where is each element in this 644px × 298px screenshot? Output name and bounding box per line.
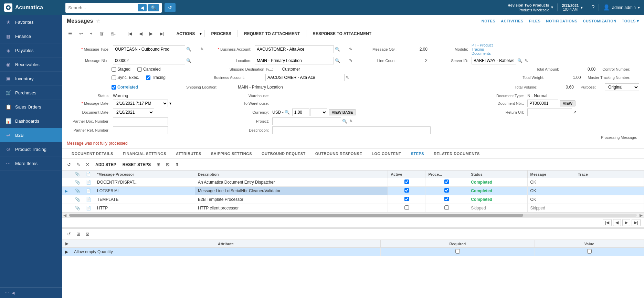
active-cell[interactable] [388,187,425,195]
add-button[interactable]: + [87,29,95,38]
sidebar-item-payables[interactable]: ◈ Payables [0,43,62,58]
sidebar-item-more-items[interactable]: ⋯ More Items [0,156,62,171]
customization-button[interactable]: CUSTOMIZATION [583,19,616,23]
message-type-search[interactable]: 🔍 [185,47,192,52]
tracing-checkbox[interactable] [146,75,150,80]
attr-cancel-button[interactable]: ⊠ [84,230,91,238]
required-checkbox[interactable] [455,249,460,254]
attr-col-required[interactable]: Required [380,240,535,248]
sidebar-item-favorites[interactable]: ★ Favorites [0,15,62,29]
sidebar-item-product-tracing[interactable]: ⊙ Product Tracing [0,142,62,156]
steps-refresh-button[interactable]: ↺ [65,161,73,168]
sidebar-item-finance[interactable]: ▦ Finance [0,29,62,43]
scroll-left-btn[interactable]: ◀ [62,213,68,218]
undo-button[interactable]: ↩ [76,29,86,38]
user-menu[interactable]: 👤 admin admin ▾ [599,4,644,11]
steps-upload-button[interactable]: ⬆ [173,161,181,168]
staged-checkbox[interactable] [112,67,116,72]
first-record-button[interactable]: |◀ [125,29,135,38]
files-button[interactable]: FILES [529,19,541,23]
tab-outbound-response[interactable]: OUTBOUND RESPONSE [310,149,367,159]
tab-attributes[interactable]: ATTRIBUTES [171,149,206,159]
server-id-search[interactable]: 🔍 [516,58,524,63]
sync-exec-checkbox[interactable] [112,75,116,80]
tab-related-documents[interactable]: RELATED DOCUMENTS [429,149,485,159]
location-input[interactable] [255,57,334,64]
select-all-button[interactable]: ☰ [65,29,75,38]
notes-button[interactable]: NOTES [482,19,495,23]
tab-document-details[interactable]: DOCUMENT DETAILS [67,149,118,159]
delete-button[interactable]: 🗑 [97,29,107,38]
tab-steps[interactable]: STEPS [406,149,429,159]
correlated-checkbox[interactable] [112,85,116,90]
tracing-check[interactable]: Tracing [146,75,166,80]
processor-cell[interactable]: LOTSERIAL [94,187,195,195]
prev-page-button[interactable]: ◀ [613,219,621,226]
search-input[interactable] [68,5,136,10]
message-nbr-input[interactable] [113,57,185,64]
message-date-select[interactable]: 2/10/2021 7:17 PM [113,100,168,107]
server-id-edit[interactable]: ✎ [524,58,529,63]
sidebar-collapse-btn[interactable]: ⋯ ◀ [0,287,62,298]
tools-button[interactable]: TOOLS ▾ [622,19,639,23]
required-cell[interactable] [380,248,535,256]
view-base-button[interactable]: VIEW BASE [329,109,356,115]
attachment-icon[interactable]: 📎 [75,188,80,193]
return-url-open[interactable]: ↗ [572,110,578,115]
sidebar-item-sales-orders[interactable]: 📋 Sales Orders [0,100,62,114]
message-type-edit[interactable]: ✎ [197,47,207,52]
copy-paste-button[interactable]: ⎘▾ [108,29,119,38]
processed-cell[interactable] [425,178,468,187]
active-checkbox[interactable] [404,205,409,210]
project-search[interactable]: 🔍 [341,119,348,124]
processed-checkbox[interactable] [444,188,449,193]
document-date-select[interactable]: 2/10/2021 [113,109,154,116]
reset-steps-button[interactable]: RESET STEPS [120,161,153,168]
project-input[interactable] [272,117,341,125]
doc-icon[interactable]: 📄 [86,206,91,210]
attr-col-attribute[interactable]: Attribute [71,240,381,248]
col-trace[interactable]: Trace [575,171,644,178]
tab-log-content[interactable]: LOG CONTENT [367,149,406,159]
first-page-button[interactable]: |◀ [603,219,612,226]
processed-checkbox[interactable] [444,205,449,210]
active-checkbox[interactable] [404,188,409,193]
last-page-button[interactable]: ▶| [632,219,641,226]
favorite-toggle[interactable]: ☆ [96,18,101,24]
steps-edit-button[interactable]: ✎ [75,161,82,168]
notifications-button[interactable]: NOTIFICATIONS [546,19,577,23]
col-active[interactable]: Active [388,171,425,178]
description-input[interactable] [272,126,431,134]
canceled-check[interactable]: Canceled [137,67,161,72]
table-row[interactable]: 📎 📄 DOCENTRYDISPAT... An Acumatica Docum… [62,178,644,187]
search-submit-button[interactable]: 🔍 [148,4,159,11]
steps-close-button[interactable]: ✕ [84,161,91,168]
activities-button[interactable]: ACTIVITIES [501,19,524,23]
next-record-button[interactable]: ▶ [147,29,156,38]
partner-doc-input[interactable] [113,117,168,125]
attachment-icon[interactable]: 📎 [75,180,80,185]
processor-cell[interactable]: DOCENTRYDISPAT... [94,178,195,187]
correlated-check[interactable]: Correlated [112,85,138,90]
location-edit[interactable]: ✎ [346,58,356,63]
sidebar-item-inventory[interactable]: ▣ Inventory [0,72,62,86]
active-checkbox[interactable] [404,197,409,201]
steps-cancel-button[interactable]: ⊠ [164,161,171,168]
value-cell[interactable] [535,248,644,256]
document-nbr-input[interactable] [527,100,558,107]
col-message[interactable]: Message [527,171,575,178]
scroll-thumb[interactable] [69,214,523,217]
staged-check[interactable]: Staged [112,67,130,72]
return-url-input[interactable] [527,109,572,116]
attachment-icon[interactable]: 📎 [75,206,80,210]
active-cell[interactable] [388,204,425,213]
location-search[interactable]: 🔍 [334,58,341,63]
add-step-button[interactable]: ADD STEP [93,161,118,168]
module-link[interactable]: PT - Product Tracing Documents [472,43,499,55]
request-attachment-button[interactable]: REQUEST TO ATTACHMENT [241,30,303,38]
steps-save-button[interactable]: ⊞ [155,161,162,168]
attr-refresh-button[interactable]: ↺ [65,230,73,238]
processed-cell[interactable] [425,187,468,195]
active-cell[interactable] [388,178,425,187]
value-checkbox[interactable] [587,249,592,254]
